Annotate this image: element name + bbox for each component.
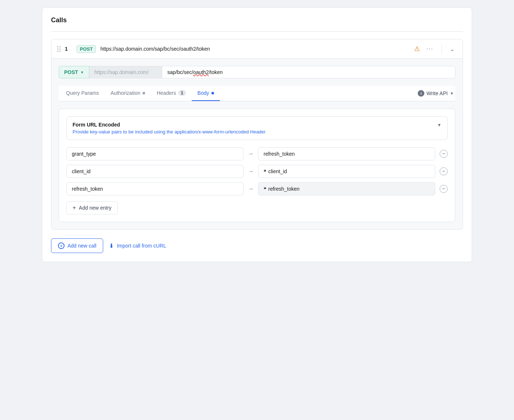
remove-entry-button[interactable]: − — [440, 150, 448, 158]
form-value-text: client_id — [268, 168, 287, 174]
tabs-row: Query Params Authorization Headers 1 Bod… — [59, 86, 455, 101]
encoding-dropdown-arrow: ▼ — [437, 122, 441, 128]
minus-icon: − — [442, 151, 445, 157]
form-key-input[interactable] — [66, 165, 244, 178]
arrow-icon: → — [248, 168, 254, 175]
more-options-button[interactable]: ··· — [424, 45, 436, 53]
form-value-field[interactable]: refresh_token — [258, 147, 435, 160]
import-curl-label: Import call from cURL — [117, 243, 166, 249]
add-entry-button[interactable]: + Add new entry — [66, 201, 118, 214]
tab-authorization[interactable]: Authorization — [105, 86, 151, 101]
call-number: 1 — [65, 46, 72, 52]
download-icon: ⬇ — [109, 242, 114, 249]
divider — [51, 31, 463, 32]
form-value-field[interactable]: ❝ refresh_token — [258, 182, 435, 195]
encoding-info: Form URL Encoded Provide key-value pairs… — [73, 122, 266, 135]
page-title: Calls — [51, 16, 463, 24]
method-badge-header: POST — [77, 45, 96, 53]
form-value-text: refresh_token — [268, 186, 300, 192]
arrow-icon: → — [248, 186, 254, 192]
body-dot — [211, 92, 214, 94]
url-path-field[interactable]: sap/bc/sec/oauth2/token — [162, 66, 455, 78]
remove-entry-button[interactable]: − — [440, 167, 448, 175]
tab-query-params[interactable]: Query Params — [60, 86, 105, 101]
tab-body[interactable]: Body — [192, 86, 220, 101]
circle-plus-icon: + — [58, 242, 65, 249]
tab-body-label: Body — [198, 90, 209, 96]
form-key-input[interactable] — [66, 182, 244, 195]
method-select-label: POST — [64, 69, 78, 75]
call-header: 1 POST https://sap.domain.com/sap/bc/sec… — [51, 39, 463, 59]
url-row: POST ▼ https://sap.domain.com/ sap/bc/se… — [59, 66, 455, 78]
headers-badge: 1 — [178, 90, 186, 96]
plus-icon: + — [73, 205, 76, 211]
drag-handle[interactable] — [57, 46, 61, 52]
tab-authorization-label: Authorization — [110, 90, 140, 96]
warning-icon: ⚠ — [414, 45, 420, 53]
remove-entry-button[interactable]: − — [440, 185, 448, 193]
body-content-area: Form URL Encoded Provide key-value pairs… — [59, 109, 455, 222]
collapse-button[interactable]: ⌄ — [448, 45, 457, 53]
minus-icon: − — [442, 186, 445, 192]
add-entry-label: Add new entry — [79, 205, 112, 211]
minus-icon: − — [442, 168, 445, 175]
encoding-dropdown[interactable]: Form URL Encoded Provide key-value pairs… — [66, 116, 448, 140]
separator — [441, 44, 442, 53]
method-select[interactable]: POST ▼ — [59, 66, 89, 78]
table-row: → ❝ client_id − — [66, 165, 448, 178]
form-value-field[interactable]: ❝ client_id — [258, 165, 435, 178]
form-value-text: refresh_token — [264, 151, 295, 157]
url-path-text: sap/bc/sec/oauth2/token — [167, 69, 223, 75]
write-api-label: Write API — [427, 90, 448, 96]
call-body: POST ▼ https://sap.domain.com/ sap/bc/se… — [51, 59, 463, 229]
add-call-button[interactable]: + Add new call — [51, 238, 103, 253]
arrow-icon: → — [248, 151, 254, 157]
encoding-title: Form URL Encoded — [73, 122, 266, 128]
quote-icon: ❝ — [264, 186, 266, 192]
import-curl-button[interactable]: ⬇ Import call from cURL — [109, 242, 166, 249]
call-url: https://sap.domain.com/sap/bc/sec/oauth2… — [100, 46, 409, 52]
url-base: https://sap.domain.com/ — [89, 66, 162, 78]
table-row: → ❝ refresh_token − — [66, 182, 448, 195]
tab-query-params-label: Query Params — [66, 90, 99, 96]
tab-headers[interactable]: Headers 1 — [151, 86, 192, 101]
encoding-desc: Provide key-value pairs to be included u… — [73, 129, 266, 135]
quote-icon: ❝ — [264, 169, 266, 174]
chevron-down-icon: ▼ — [80, 70, 84, 74]
bottom-actions: + Add new call ⬇ Import call from cURL — [51, 238, 463, 253]
authorization-dot — [143, 92, 145, 94]
info-icon: i — [418, 90, 424, 97]
form-entries: → refresh_token − → ❝ — [66, 147, 448, 195]
tab-headers-label: Headers — [157, 90, 176, 96]
main-container: Calls 1 POST https://sap.domain.com/sap/… — [42, 7, 472, 262]
call-card: 1 POST https://sap.domain.com/sap/bc/sec… — [51, 39, 463, 230]
table-row: → refresh_token − — [66, 147, 448, 160]
form-key-input[interactable] — [66, 147, 244, 160]
write-api-button[interactable]: i Write API ▼ — [418, 90, 454, 97]
write-api-chevron: ▼ — [450, 91, 454, 96]
add-call-label: Add new call — [67, 243, 96, 249]
